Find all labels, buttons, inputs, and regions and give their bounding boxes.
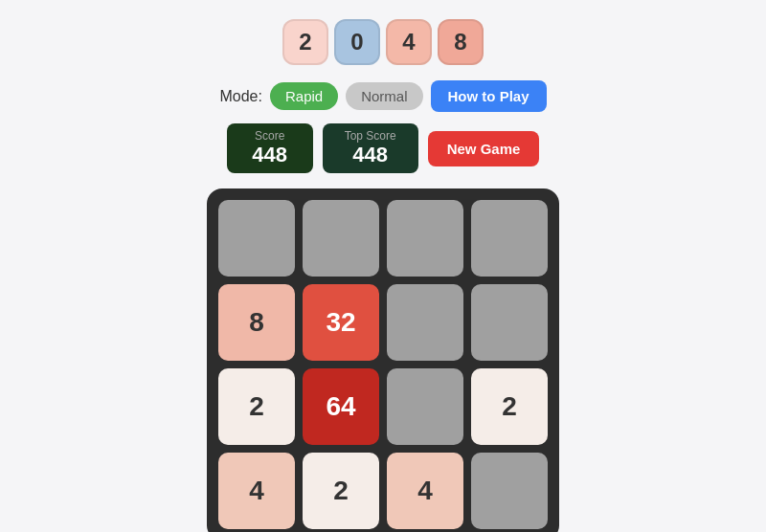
- board-cell-7: [471, 284, 548, 361]
- board-cell-13: 2: [303, 453, 379, 529]
- rapid-mode-button[interactable]: Rapid: [270, 82, 338, 110]
- board-cell-15: [471, 453, 548, 529]
- top-score-title: Top Score: [342, 129, 399, 143]
- title-row: 2 0 4 8: [282, 19, 484, 65]
- how-to-play-button[interactable]: How to Play: [431, 80, 547, 112]
- board-cell-1: [303, 200, 379, 277]
- normal-mode-button[interactable]: Normal: [346, 82, 422, 110]
- board-cell-4: 8: [218, 284, 295, 361]
- board-cell-5: 32: [303, 284, 379, 361]
- score-box: Score 448: [227, 123, 313, 173]
- game-board: 8322642424: [218, 200, 548, 529]
- board-wrapper: 8322642424: [207, 188, 559, 532]
- board-cell-6: [387, 284, 463, 361]
- new-game-button[interactable]: New Game: [428, 131, 540, 166]
- top-score-value: 448: [342, 143, 399, 167]
- board-cell-2: [387, 200, 463, 277]
- board-cell-9: 64: [303, 368, 379, 445]
- board-cell-0: [218, 200, 295, 277]
- score-row: Score 448 Top Score 448 New Game: [227, 123, 540, 173]
- mode-row: Mode: Rapid Normal How to Play: [219, 80, 546, 112]
- board-cell-10: [387, 368, 463, 445]
- digit-2: 2: [282, 19, 328, 65]
- mode-label: Mode:: [219, 88, 261, 105]
- board-cell-12: 4: [218, 453, 295, 529]
- app-container: 2 0 4 8 Mode: Rapid Normal How to Play S…: [192, 19, 574, 532]
- board-cell-14: 4: [387, 453, 463, 529]
- board-cell-8: 2: [218, 368, 295, 445]
- digit-8: 8: [438, 19, 484, 65]
- digit-4: 4: [386, 19, 432, 65]
- board-cell-3: [471, 200, 548, 277]
- board-cell-11: 2: [471, 368, 548, 445]
- score-value: 448: [246, 143, 294, 167]
- score-title: Score: [246, 129, 294, 143]
- top-score-box: Top Score 448: [323, 123, 418, 173]
- digit-0: 0: [334, 19, 380, 65]
